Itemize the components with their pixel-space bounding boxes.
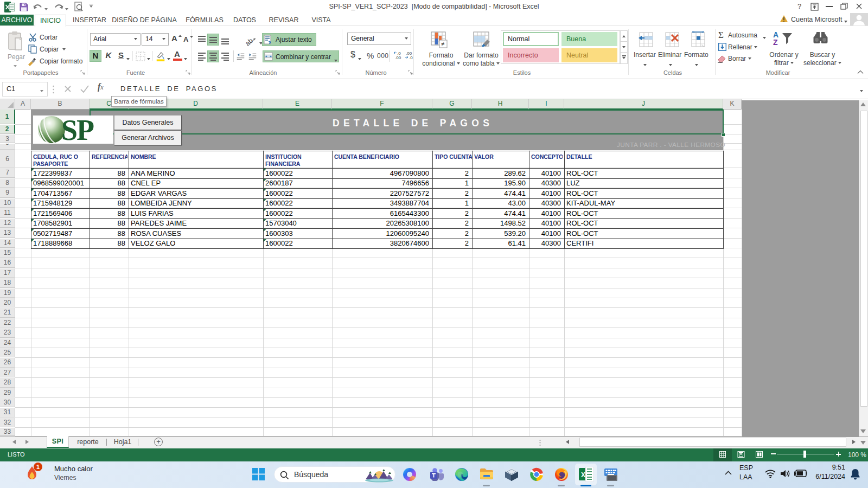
- svg-text:≠: ≠: [441, 41, 444, 47]
- svg-text:.00: .00: [395, 55, 401, 60]
- svg-text:X: X: [581, 471, 585, 479]
- svg-text:.0: .0: [409, 55, 413, 60]
- svg-text:SP: SP: [61, 115, 94, 144]
- svg-text:ab: ab: [244, 37, 254, 46]
